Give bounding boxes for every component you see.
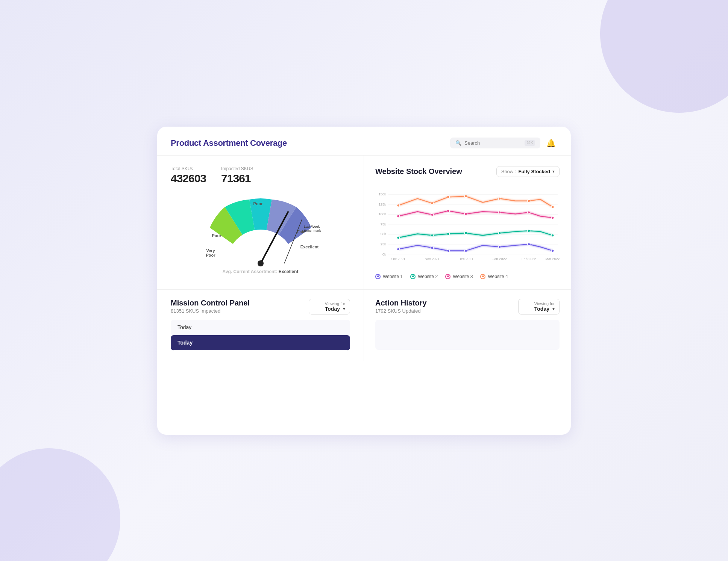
- svg-point-33: [431, 202, 434, 204]
- svg-point-38: [551, 206, 554, 208]
- svg-text:Excellent: Excellent: [300, 245, 318, 249]
- gauge-label: Avg. Current Assortment: Excellent: [223, 269, 299, 274]
- svg-text:Poor: Poor: [206, 253, 215, 257]
- impacted-skus-block: Impacted SKUS 71361: [221, 166, 253, 185]
- action-history-table: [375, 320, 560, 350]
- mission-control-title: Mission Control Panel: [171, 299, 250, 307]
- svg-point-56: [464, 249, 467, 252]
- search-icon: 🔍: [455, 140, 461, 146]
- show-label: Show :: [501, 169, 516, 174]
- stats-row: Total SKUs 432603 Impacted SKUS 71361: [171, 166, 350, 185]
- svg-text:150k: 150k: [379, 192, 386, 196]
- svg-text:75k: 75k: [381, 222, 386, 226]
- search-bar[interactable]: 🔍 ⌘K: [450, 138, 540, 148]
- search-input[interactable]: [464, 140, 522, 146]
- right-top-panel: Website Stock Overview Show : Fully Stoc…: [364, 156, 571, 290]
- mission-control-viewing-value: Today: [325, 306, 340, 312]
- legend-item-website3: Website 3: [445, 274, 473, 279]
- action-history-viewing-dropdown[interactable]: Viewing for Today ▾: [518, 299, 560, 315]
- action-history-subtitle: 1792 SKUS Updated: [375, 308, 427, 314]
- mission-control-viewing-dropdown[interactable]: Viewing for Today ▾: [309, 299, 350, 315]
- action-history-panel: Action History 1792 SKUS Updated Viewing…: [364, 290, 571, 361]
- svg-text:Jan 2022: Jan 2022: [493, 257, 507, 260]
- table-row: Today: [171, 320, 350, 335]
- mission-control-table: Today Today: [171, 320, 350, 351]
- svg-point-42: [464, 212, 467, 215]
- legend-label-website2: Website 2: [418, 274, 438, 279]
- page-title: Product Assortment Coverage: [171, 138, 287, 148]
- mission-control-viewing-label: Viewing for: [325, 301, 345, 306]
- svg-text:Poor: Poor: [253, 201, 263, 206]
- svg-point-57: [498, 245, 501, 248]
- mission-control-subtitle: 81351 SKUS Impacted: [171, 308, 250, 314]
- svg-point-55: [447, 249, 449, 252]
- svg-point-41: [447, 209, 449, 212]
- svg-point-58: [528, 243, 530, 245]
- action-history-title: Action History: [375, 299, 427, 307]
- svg-point-35: [464, 195, 467, 197]
- svg-point-50: [498, 231, 501, 234]
- action-history-header: Action History 1792 SKUS Updated Viewing…: [375, 299, 560, 315]
- show-value: Fully Stocked: [518, 169, 550, 174]
- svg-point-32: [397, 204, 400, 207]
- stock-chart-area: 150k 125k 100k 75k 50k 25k 0k: [375, 184, 560, 270]
- bg-decoration-top-right: [600, 0, 728, 113]
- legend-label-website4: Website 4: [488, 274, 508, 279]
- svg-point-39: [397, 215, 400, 217]
- legend-dot-website1: [375, 274, 381, 279]
- svg-text:Last Week: Last Week: [304, 225, 320, 228]
- svg-point-40: [431, 213, 434, 216]
- total-skus-label: Total SKUs: [171, 166, 206, 171]
- stock-chart-svg: 150k 125k 100k 75k 50k 25k 0k: [375, 184, 560, 270]
- svg-point-43: [498, 211, 501, 213]
- header-right: 🔍 ⌘K 🔔: [450, 137, 557, 149]
- legend-dot-website3: [445, 274, 450, 279]
- svg-text:Mar 2022: Mar 2022: [545, 257, 560, 260]
- legend-dot-website4: [480, 274, 485, 279]
- svg-text:50k: 50k: [381, 232, 386, 236]
- svg-point-47: [431, 234, 434, 236]
- svg-point-11: [258, 260, 264, 266]
- main-content: Total SKUs 432603 Impacted SKUS 71361: [157, 156, 571, 361]
- svg-text:Dec 2021: Dec 2021: [458, 257, 473, 260]
- legend-item-website4: Website 4: [480, 274, 508, 279]
- action-history-viewing-label: Viewing for: [534, 301, 555, 306]
- svg-point-59: [551, 249, 554, 252]
- total-skus-value: 432603: [171, 172, 206, 185]
- table-row-label: Today: [177, 324, 191, 330]
- svg-text:Oct 2021: Oct 2021: [391, 257, 405, 260]
- mission-control-title-block: Mission Control Panel 81351 SKUS Impacte…: [171, 299, 250, 314]
- legend-item-website1: Website 1: [375, 274, 403, 279]
- show-dropdown-chevron-icon: ▾: [552, 169, 555, 174]
- legend-item-website2: Website 2: [410, 274, 438, 279]
- left-top-panel: Total SKUs 432603 Impacted SKUS 71361: [157, 156, 364, 290]
- svg-text:Poor: Poor: [212, 233, 221, 238]
- impacted-skus-value: 71361: [221, 172, 253, 185]
- svg-text:25k: 25k: [381, 242, 386, 246]
- action-history-viewing-chevron-icon: ▾: [552, 306, 555, 311]
- show-dropdown[interactable]: Show : Fully Stocked ▾: [496, 166, 560, 177]
- mission-control-viewing-value-row: Today ▾: [325, 306, 345, 312]
- search-kbd: ⌘K: [525, 140, 535, 146]
- svg-point-36: [498, 197, 501, 200]
- mission-control-viewing-chevron-icon: ▾: [343, 306, 345, 311]
- bg-decoration-bottom-left: [0, 448, 120, 561]
- mission-control-header: Mission Control Panel 81351 SKUS Impacte…: [171, 299, 350, 315]
- header: Product Assortment Coverage 🔍 ⌘K 🔔: [157, 127, 571, 156]
- svg-point-52: [551, 234, 554, 236]
- table-row-selected-label: Today: [177, 340, 193, 346]
- action-history-viewing-value: Today: [534, 306, 549, 312]
- svg-text:Benchmark: Benchmark: [304, 229, 321, 233]
- svg-text:125k: 125k: [379, 202, 386, 206]
- table-row-selected[interactable]: Today: [171, 335, 350, 351]
- svg-point-45: [551, 216, 554, 219]
- legend-label-website1: Website 1: [383, 274, 403, 279]
- stock-overview-title: Website Stock Overview: [375, 167, 462, 176]
- notification-bell-button[interactable]: 🔔: [545, 137, 557, 149]
- dashboard-card: Product Assortment Coverage 🔍 ⌘K 🔔 Total…: [157, 127, 571, 435]
- svg-text:0k: 0k: [382, 252, 386, 256]
- action-history-viewing-value-row: Today ▾: [534, 306, 555, 312]
- svg-text:Feb 2022: Feb 2022: [522, 257, 536, 260]
- svg-point-34: [447, 195, 449, 198]
- action-history-title-block: Action History 1792 SKUS Updated: [375, 299, 427, 314]
